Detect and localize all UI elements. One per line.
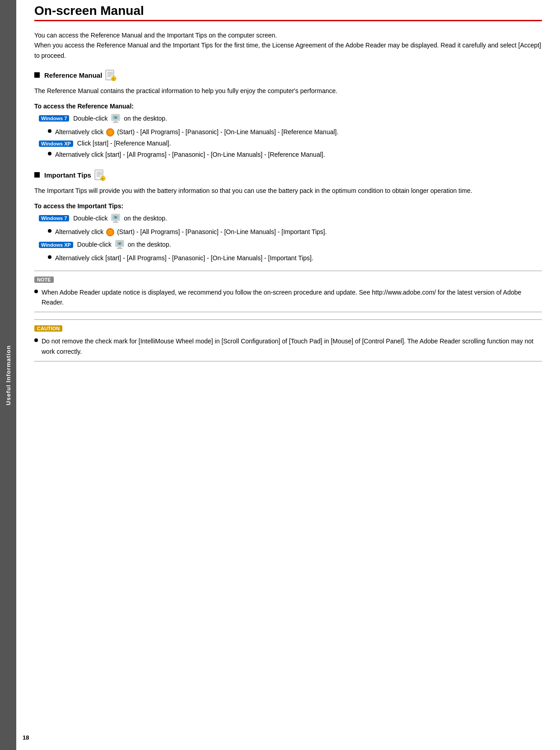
bullet-square-ref — [34, 72, 40, 78]
side-tab: Useful Information — [0, 0, 16, 750]
ref-winxp-block: Windows XP Click [start] - [Reference Ma… — [39, 140, 542, 147]
tips-winxp-alt-block: Alternatively click [start] - [All Progr… — [48, 253, 542, 263]
caution-badge: CAUTION — [34, 325, 62, 332]
tips-win7-desktop-icon — [111, 213, 121, 224]
ref-winxp-alt-bullet — [48, 152, 51, 155]
svg-point-27 — [115, 215, 117, 216]
reference-manual-desc: The Reference Manual contains the practi… — [34, 86, 542, 96]
note-text: When Adobe Reader update notice is displ… — [42, 287, 542, 308]
ref-win7-desktop-icon — [111, 113, 121, 124]
winxp-badge-tips: Windows XP — [39, 242, 73, 248]
svg-rect-11 — [113, 122, 118, 123]
ref-winxp-alt-text: Alternatively click [start] - [All Progr… — [55, 150, 325, 159]
ref-manual-access-heading: To access the Reference Manual: — [34, 103, 542, 110]
ref-winxp-instruction: Click [start] - [Reference Manual]. — [77, 140, 171, 147]
main-content: On-screen Manual You can access the Refe… — [16, 0, 560, 750]
tips-winxp-alt-bullet — [48, 255, 51, 259]
ref-winxp-alt-block: Alternatively click [start] - [All Progr… — [48, 150, 542, 159]
intro-text: You can access the Reference Manual and … — [34, 30, 542, 61]
reference-manual-heading: Reference Manual ? — [34, 69, 542, 81]
ref-win7-alt-block: Alternatively click (Start) - [All Progr… — [48, 127, 542, 137]
svg-rect-24 — [114, 220, 117, 222]
tips-win7-alt-bullet — [48, 229, 51, 233]
tips-win7-alt-block: Alternatively click (Start) - [All Progr… — [48, 227, 542, 237]
caution-text: Do not remove the check mark for [Intell… — [42, 336, 542, 356]
tips-win7-block: Windows 7 Double-click on the desktop. — [39, 213, 542, 224]
tips-win7-suffix: on the desktop. — [124, 214, 167, 221]
important-tips-desc: The Important Tips will provide you with… — [34, 186, 542, 196]
ref-win7-suffix: on the desktop. — [124, 114, 167, 122]
reference-manual-label: Reference Manual — [44, 71, 102, 79]
svg-text:?: ? — [102, 178, 103, 181]
svg-point-33 — [119, 241, 121, 243]
caution-content: Do not remove the check mark for [Intell… — [34, 336, 542, 356]
win7-badge-ref: Windows 7 — [39, 115, 69, 122]
tips-win7-instruction: Double-click — [73, 214, 107, 221]
caution-box: CAUTION Do not remove the check mark for… — [34, 319, 542, 361]
side-tab-label: Useful Information — [5, 345, 12, 405]
tips-winxp-alt-text: Alternatively click [start] - [All Progr… — [55, 253, 313, 263]
svg-point-13 — [115, 115, 117, 117]
tips-winxp-desktop-icon — [115, 239, 125, 250]
ref-win7-instruction: Double-click — [73, 114, 107, 122]
page-title-bar: On-screen Manual — [34, 4, 542, 21]
note-box: NOTE When Adobe Reader update notice is … — [34, 271, 542, 313]
intro-line2: When you access the Reference Manual and… — [34, 40, 542, 61]
winxp-badge-ref: Windows XP — [39, 141, 73, 147]
svg-rect-31 — [117, 248, 122, 249]
important-tips-label: Important Tips — [44, 171, 91, 179]
page-container: Useful Information On-screen Manual You … — [0, 0, 560, 750]
important-tips-heading: Important Tips ? — [34, 169, 542, 181]
ref-win7-alt-text: Alternatively click (Start) - [All Progr… — [55, 127, 338, 137]
note-bullet — [34, 290, 38, 293]
tips-winxp-block: Windows XP Double-click on the desktop. — [39, 239, 542, 250]
reference-manual-icon: ? — [104, 69, 117, 81]
svg-rect-30 — [118, 247, 121, 248]
tips-winxp-suffix: on the desktop. — [128, 241, 171, 248]
ref-win7-block: Windows 7 Double-click on the desktop. — [39, 113, 542, 124]
note-badge: NOTE — [34, 277, 54, 283]
caution-bullet — [34, 338, 38, 342]
svg-text:?: ? — [112, 78, 114, 81]
bullet-square-tips — [34, 172, 40, 178]
ref-win7-alt-bullet — [48, 129, 51, 133]
tips-win7-start-icon — [106, 228, 114, 236]
svg-rect-10 — [114, 121, 117, 122]
tips-win7-alt-text: Alternatively click (Start) - [All Progr… — [55, 227, 327, 237]
win7-badge-tips: Windows 7 — [39, 215, 69, 221]
note-content: When Adobe Reader update notice is displ… — [34, 287, 542, 308]
tips-winxp-instruction: Double-click — [77, 241, 112, 248]
imp-tips-access-heading: To access the Important Tips: — [34, 202, 542, 210]
page-number: 18 — [23, 734, 29, 741]
intro-line1: You can access the Reference Manual and … — [34, 30, 542, 40]
svg-rect-25 — [113, 222, 118, 223]
ref-win7-start-icon — [106, 128, 114, 136]
page-title: On-screen Manual — [34, 4, 542, 18]
important-tips-icon: ? — [93, 169, 106, 181]
